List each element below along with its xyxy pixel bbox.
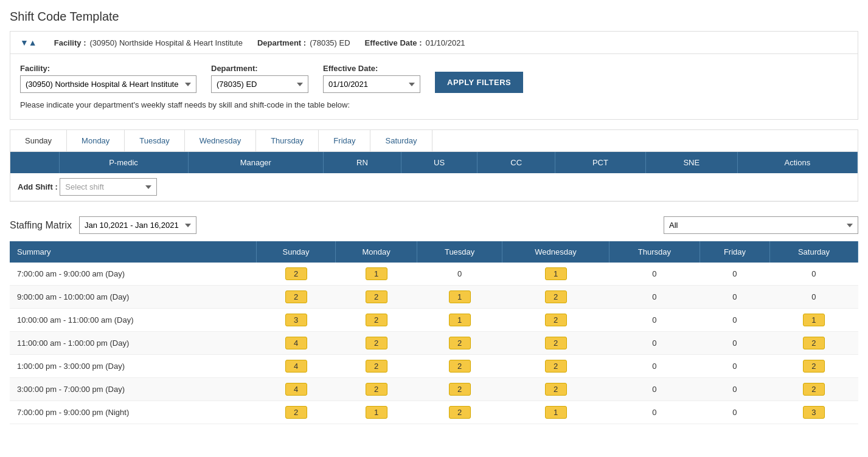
filter-bar-facility: Facility : (30950) Northside Hospital & … — [54, 38, 243, 47]
sunday-cell: 2 — [257, 263, 336, 286]
apply-filters-button[interactable]: APPLY FILTERS — [435, 72, 523, 93]
tuesday-badge: 1 — [449, 314, 471, 326]
tab-sunday[interactable]: Sunday — [10, 130, 67, 151]
filter-bar-department: Department : (78035) ED — [257, 38, 350, 47]
thursday-cell: 0 — [609, 286, 700, 309]
tab-friday[interactable]: Friday — [319, 130, 370, 151]
monday-cell: 2 — [336, 286, 417, 309]
monday-cell: 2 — [336, 378, 417, 401]
filter-bar-department-label: Department : — [257, 38, 306, 47]
filter-bar-date: Effective Date : 01/10/2021 — [365, 38, 465, 47]
matrix-header-row: Summary Sunday Monday Tuesday Wednesday … — [10, 241, 858, 263]
tab-thursday[interactable]: Thursday — [256, 130, 319, 151]
effective-date-field: Effective Date: 01/10/2021 — [323, 64, 420, 93]
friday-cell: 0 — [700, 355, 769, 378]
matrix-col-saturday: Saturday — [769, 241, 858, 263]
summary-cell: 1:00:00 pm - 3:00:00 pm (Day) — [10, 355, 257, 378]
filter-bar-facility-value: (30950) Northside Hospital & Heart Insti… — [89, 38, 242, 47]
saturday-badge: 2 — [803, 360, 825, 373]
shift-table-col-actions: Actions — [737, 152, 857, 173]
friday-cell: 0 — [700, 309, 769, 332]
saturday-cell: 2 — [769, 378, 858, 401]
monday-cell: 2 — [336, 332, 417, 355]
shift-code-section: Sunday Monday Tuesday Wednesday Thursday… — [10, 129, 858, 202]
matrix-table: Summary Sunday Monday Tuesday Wednesday … — [10, 241, 858, 424]
wednesday-cell: 1 — [502, 401, 609, 424]
tuesday-badge: 2 — [449, 360, 471, 373]
thursday-cell: 0 — [609, 355, 700, 378]
tuesday-cell: 2 — [417, 355, 502, 378]
effective-date-select[interactable]: 01/10/2021 — [323, 75, 420, 93]
date-range-select[interactable]: Jan 10,2021 - Jan 16,2021 — [79, 216, 196, 234]
sunday-badge: 4 — [285, 383, 307, 396]
sunday-badge: 2 — [285, 267, 307, 280]
friday-cell: 0 — [700, 401, 769, 424]
wednesday-badge: 1 — [545, 267, 567, 280]
tuesday-cell: 0 — [417, 263, 502, 286]
tuesday-cell: 1 — [417, 286, 502, 309]
page-title: Shift Code Template — [10, 10, 858, 24]
tuesday-badge: 2 — [449, 337, 471, 349]
saturday-badge: 2 — [803, 337, 825, 349]
tab-wednesday[interactable]: Wednesday — [185, 130, 256, 151]
filter-bar-date-value: 01/10/2021 — [426, 38, 465, 47]
table-row: 7:00:00 am - 9:00:00 am (Day)2101000 — [10, 263, 858, 286]
matrix-col-sunday: Sunday — [257, 241, 336, 263]
shift-table-col-cc: CC — [477, 152, 555, 173]
tuesday-cell: 1 — [417, 309, 502, 332]
department-label: Department: — [211, 64, 308, 73]
staffing-title: Staffing Matrix — [10, 220, 72, 231]
saturday-cell: 3 — [769, 401, 858, 424]
monday-badge: 1 — [366, 267, 387, 280]
filter-bar: ▼▲ Facility : (30950) Northside Hospital… — [10, 31, 858, 54]
monday-badge: 2 — [366, 337, 387, 349]
tab-monday[interactable]: Monday — [67, 130, 125, 151]
friday-cell: 0 — [700, 378, 769, 401]
shift-table-header: P-medic Manager RN US CC PCT SNE Actions — [10, 152, 858, 173]
all-filter-select[interactable]: All — [664, 216, 858, 234]
wednesday-cell: 2 — [502, 378, 609, 401]
facility-select[interactable]: (30950) Northside Hospital & Heart Insti… — [20, 75, 196, 93]
summary-cell: 7:00:00 pm - 9:00:00 pm (Night) — [10, 401, 257, 424]
table-row: 10:00:00 am - 11:00:00 am (Day)3212001 — [10, 309, 858, 332]
matrix-col-friday: Friday — [700, 241, 769, 263]
wednesday-cell: 2 — [502, 355, 609, 378]
tuesday-badge: 2 — [449, 383, 471, 396]
sunday-badge: 4 — [285, 360, 307, 373]
filter-bar-department-value: (78035) ED — [310, 38, 350, 47]
filter-icon[interactable]: ▼▲ — [20, 38, 37, 47]
monday-badge: 2 — [366, 383, 387, 396]
tab-tuesday[interactable]: Tuesday — [125, 130, 184, 151]
department-select[interactable]: (78035) ED — [211, 75, 308, 93]
monday-badge: 2 — [366, 314, 387, 326]
tab-saturday[interactable]: Saturday — [370, 130, 432, 151]
tuesday-cell: 2 — [417, 378, 502, 401]
select-shift[interactable]: Select shift — [60, 178, 157, 196]
wednesday-badge: 2 — [545, 314, 567, 326]
table-row: 11:00:00 am - 1:00:00 pm (Day)4222002 — [10, 332, 858, 355]
hint-text: Please indicate your department's weekly… — [20, 100, 848, 109]
wednesday-cell: 2 — [502, 309, 609, 332]
monday-cell: 1 — [336, 263, 417, 286]
filter-bar-date-label: Effective Date : — [365, 38, 422, 47]
monday-badge: 2 — [366, 360, 387, 373]
monday-cell: 1 — [336, 401, 417, 424]
staffing-section: Staffing Matrix Jan 10,2021 - Jan 16,202… — [10, 216, 858, 424]
shift-table: P-medic Manager RN US CC PCT SNE Actions… — [10, 152, 858, 201]
table-row: 7:00:00 pm - 9:00:00 pm (Night)2121003 — [10, 401, 858, 424]
filter-row: Facility: (30950) Northside Hospital & H… — [20, 64, 848, 93]
sunday-cell: 2 — [257, 401, 336, 424]
thursday-cell: 0 — [609, 332, 700, 355]
tuesday-badge: 1 — [449, 290, 471, 303]
friday-cell: 0 — [700, 286, 769, 309]
monday-cell: 2 — [336, 309, 417, 332]
friday-cell: 0 — [700, 332, 769, 355]
saturday-cell: 2 — [769, 355, 858, 378]
saturday-badge: 1 — [803, 314, 825, 326]
saturday-cell: 1 — [769, 309, 858, 332]
summary-cell: 7:00:00 am - 9:00:00 am (Day) — [10, 263, 257, 286]
facility-field: Facility: (30950) Northside Hospital & H… — [20, 64, 196, 93]
sunday-badge: 4 — [285, 337, 307, 349]
add-shift-row: Add Shift : Select shift — [10, 173, 858, 201]
saturday-badge: 2 — [803, 383, 825, 396]
